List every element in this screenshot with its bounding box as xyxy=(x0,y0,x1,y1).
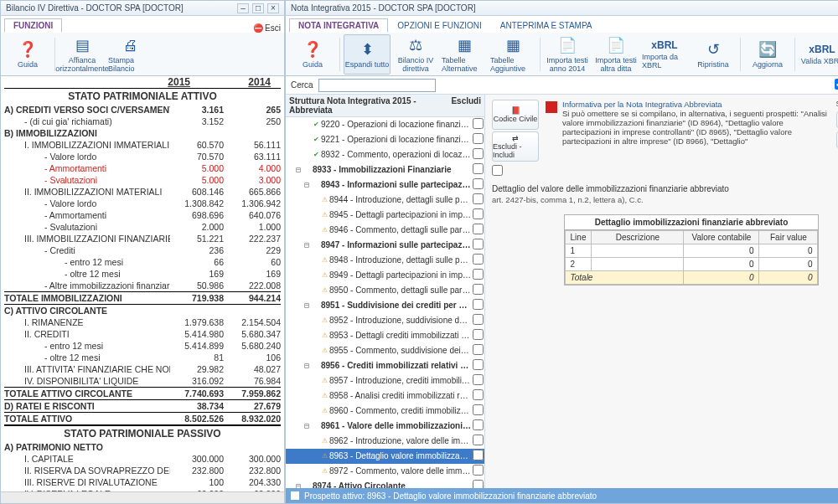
valida-button[interactable]: xBRLValida XBRL xyxy=(799,34,838,75)
tree-node[interactable]: ⚠8953 - Dettagli crediti immobilizzati s… xyxy=(286,328,484,343)
tree-node[interactable]: ⊟8974 - Attivo Circolante xyxy=(286,479,484,488)
info-text: Si può omettere se si compilano, in alte… xyxy=(562,109,832,146)
tree-node[interactable]: ⚠8957 - Introduzione, crediti immobilizz… xyxy=(286,373,484,388)
left-ribbon: ❓Guida ▤Affianca orizzontalmente 🖨Stampa… xyxy=(1,33,284,76)
refresh-icon: 🔄 xyxy=(758,40,777,59)
tree-node[interactable]: ⚠8946 - Commento, dettagli sulle parteci… xyxy=(286,223,484,238)
exit-label[interactable]: Esci xyxy=(265,23,281,33)
tabelle-agg-button[interactable]: ▦Tabelle Aggiuntive xyxy=(489,34,536,75)
aggiorna-button[interactable]: 🔄Aggiorna xyxy=(744,34,791,75)
tree-node[interactable]: ⚠8950 - Commento, dettagli sulle parteci… xyxy=(286,283,484,298)
balance-row: - Valore lordo70.57063.111 xyxy=(4,151,281,162)
tree-node[interactable]: ⊟8951 - Suddivisione dei crediti per are… xyxy=(286,298,484,313)
balance-row: A) PATRIMONIO NETTO xyxy=(4,441,281,453)
tree-node[interactable]: ⊟8956 - Crediti immobilizzati relativi a… xyxy=(286,358,484,373)
balance-row: - Altre immobilizzazioni finanziarie50.9… xyxy=(4,280,281,291)
tabelle-alt-button[interactable]: ▦Tabelle Alternative xyxy=(441,34,488,75)
table-add-icon: ▦ xyxy=(506,36,520,54)
stampa-button[interactable]: 🖨Stampa Bilancio xyxy=(107,34,154,75)
maximize-button[interactable]: □ xyxy=(252,3,264,13)
balance-row: B) IMMOBILIZZAZIONI xyxy=(4,127,281,139)
guida-button-r[interactable]: ❓Guida xyxy=(289,34,336,75)
search-bar: Cerca Visual. IDoc xyxy=(286,76,838,95)
affianca-button[interactable]: ▤Affianca orizzontalmente xyxy=(59,34,106,75)
detail-title: Dettaglio del valore delle immobilizzazi… xyxy=(492,184,838,193)
espandi-button[interactable]: ⬍Espandi tutto xyxy=(344,34,391,75)
balance-row: A) CREDITI VERSO SOCI C/VERSAMENTI DO3.1… xyxy=(4,104,281,116)
balance-row: - entro 12 mesi6660 xyxy=(4,256,281,268)
tree-node[interactable]: ⚠8949 - Dettagli partecipazioni in impre… xyxy=(286,268,484,283)
year-a: 2015 xyxy=(140,76,190,88)
warning-square-icon xyxy=(546,101,557,113)
horizontal-scrollbar[interactable] xyxy=(1,491,284,503)
guida-button[interactable]: ❓Guida xyxy=(4,34,51,75)
tree-node[interactable]: ⊟8961 - Valore delle immobilizzazioni fi… xyxy=(286,419,484,434)
detail-table[interactable]: Line Descrizione Valore contabile Fair v… xyxy=(565,230,819,285)
balance-row: III. RISERVE DI RIVALUTAZIONE100204.330 xyxy=(4,476,281,488)
tile-horizontal-icon: ▤ xyxy=(75,36,90,54)
ripristina-button[interactable]: ↺Ripristina xyxy=(690,34,737,75)
tree-node[interactable]: ⚠8960 - Commento, crediti immobilizzati … xyxy=(286,404,484,419)
balance-row: D) RATEI E RISCONTI38.73427.679 xyxy=(4,400,281,412)
balance-row: - entro 12 mesi5.414.8995.680.240 xyxy=(4,340,281,352)
tree-node[interactable]: ✔8932 - Commento, operazioni di locazion… xyxy=(286,147,484,162)
bilancio-button[interactable]: ⚖Bilancio IV direttiva xyxy=(392,34,439,75)
detail-table-wrap: Dettaglio immobilizzazioni finanziarie a… xyxy=(564,214,820,285)
restore-icon: ↺ xyxy=(707,40,720,59)
balance-row: - oltre 12 mesi81106 xyxy=(4,352,281,363)
tree-node[interactable]: ⚠8952 - Introduzione, suddivisione dei c… xyxy=(286,313,484,328)
printer-icon: 🖨 xyxy=(123,37,138,54)
importa-2014-button[interactable]: 📄Importa testi anno 2014 xyxy=(544,34,591,75)
help-icon: ❓ xyxy=(303,40,322,59)
search-label: Cerca xyxy=(291,80,313,90)
balance-row: - Svalutazioni2.0001.000 xyxy=(4,221,281,233)
importa-ditta-button[interactable]: 📄Importa testi altra ditta xyxy=(592,34,639,75)
tree-node[interactable]: ⚠8972 - Commento, valore delle immobiliz… xyxy=(286,464,484,479)
tree-node[interactable]: ⚠8945 - Dettagli partecipazioni in impre… xyxy=(286,208,484,223)
balance-row: I. RIMANENZE1.979.6382.154.504 xyxy=(4,316,281,328)
tab-funzioni[interactable]: FUNZIONI xyxy=(4,18,62,33)
tree-node[interactable]: ⊟8947 - Informazioni sulle partecipazion… xyxy=(286,238,484,253)
tree-node[interactable]: ⚠8944 - Introduzione, dettagli sulle par… xyxy=(286,193,484,208)
right-titlebar: Nota Integrativa 2015 - DOCTOR SPA [DOCT… xyxy=(286,1,838,16)
minimize-button[interactable]: – xyxy=(237,3,249,13)
tree-node[interactable]: ⊟8943 - Informazioni sulle partecipazion… xyxy=(286,177,484,193)
table-row[interactable]: 100 xyxy=(565,244,818,258)
left-window-title: Bilancio IV Direttiva - DOCTOR SPA [DOCT… xyxy=(6,3,184,13)
tree-node[interactable]: ✔9221 - Operazioni di locazione finanzia… xyxy=(286,132,484,147)
balance-row: - Svalutazioni5.0003.000 xyxy=(4,174,281,186)
balance-row: III. ATTIVITA' FINANZIARIE CHE NON COST.… xyxy=(4,363,281,375)
table-alt-icon: ▦ xyxy=(458,36,472,54)
tree-node[interactable]: ⚠8955 - Commento, suddivisione dei credi… xyxy=(286,343,484,358)
tree-node[interactable]: ⚠8963 - Dettaglio valore immobilizzazion… xyxy=(286,449,484,464)
balance-row: - oltre 12 mesi169169 xyxy=(4,268,281,280)
status-text: Prospetto attivo: 8963 - Dettaglio valor… xyxy=(304,491,597,501)
tree-node[interactable]: ⊟8933 - Immobilizzazioni Finanziarie xyxy=(286,162,484,177)
status-bar: Prospetto attivo: 8963 - Dettaglio valor… xyxy=(286,488,838,503)
info-title: Informativa per la Nota Integrativa Abbr… xyxy=(562,100,832,109)
tab-opzioni[interactable]: OPZIONI E FUNZIONI xyxy=(388,18,491,33)
tree-node[interactable]: ⚠8958 - Analisi crediti immobilizzati re… xyxy=(286,388,484,404)
importa-xbrl-button[interactable]: xBRLImporta da XBRL xyxy=(641,34,688,75)
balance-row: TOTALE IMMOBILIZZAZIONI719.938944.214 xyxy=(4,291,281,305)
detail-checkbox[interactable] xyxy=(492,165,503,176)
tab-anteprima[interactable]: ANTEPRIMA E STAMPA xyxy=(491,18,602,33)
balance-row: TOTALE ATTIVO8.502.5268.932.020 xyxy=(4,412,281,426)
table-row[interactable]: 200 xyxy=(565,258,818,271)
tree-view[interactable]: ✔9220 - Operazioni di locazione finanzia… xyxy=(286,117,484,488)
guida-label: Guida xyxy=(18,60,38,69)
expand-icon: ⬍ xyxy=(361,40,374,59)
detail-column: 📕Codice Civile ⇄Escludi - Includi Inform… xyxy=(485,95,838,488)
close-button[interactable]: × xyxy=(267,3,279,13)
balance-row: - Ammortamenti5.0004.000 xyxy=(4,162,281,174)
tree-node[interactable]: ⚠8948 - Introduzione, dettagli sulle par… xyxy=(286,253,484,268)
col-desc: Descrizione xyxy=(592,231,684,244)
year-header: 2015 2014 xyxy=(4,76,281,89)
visual-idoc-checkbox[interactable] xyxy=(835,79,838,90)
tree-node[interactable]: ⚠8962 - Introduzione, valore delle immob… xyxy=(286,434,484,449)
tree-node[interactable]: ✔9220 - Operazioni di locazione finanzia… xyxy=(286,117,484,132)
codice-civile-button[interactable]: 📕Codice Civile xyxy=(492,100,539,130)
escludi-includi-button[interactable]: ⇄Escludi - Includi xyxy=(492,131,539,162)
tab-nota-integrativa[interactable]: NOTA INTEGRATIVA xyxy=(289,18,388,33)
search-input[interactable] xyxy=(318,79,436,92)
